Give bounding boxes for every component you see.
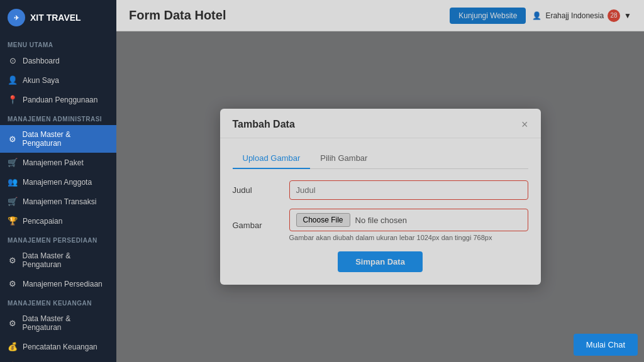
sidebar-section-persediaan: MANAJEMEN PERSEDIAAN [0,231,116,246]
user-name: Erahajj Indonesia [545,11,604,20]
dropdown-chevron-icon[interactable]: ▼ [624,11,631,20]
finance-icon: 💰 [8,342,18,351]
choose-file-button[interactable]: Choose File [296,213,350,227]
sidebar-item-label: Data Master & Pengaturan [22,314,109,332]
main-content: Form Data Hotel Kunjungi Website 👤 Eraha… [116,0,644,362]
logo-icon: ✈ [8,9,25,26]
sidebar: ✈ XIT TRAVEL MENU UTAMA ⊙ Dashboard 👤 Ak… [0,0,116,362]
visit-website-button[interactable]: Kunjungi Website [450,8,526,24]
achievement-icon: 🏆 [8,216,18,226]
modal-header: Tambah Data × [220,109,541,138]
notification-badge: 28 [608,9,620,22]
transaction-icon: 🛒 [8,197,18,206]
guide-icon: 📍 [8,95,18,104]
mulai-chat-button[interactable]: Mulai Chat [574,334,638,356]
simpan-data-button[interactable]: Simpan Data [338,251,423,272]
package-icon: 🛒 [8,158,18,167]
sidebar-section-admin: MANAJEMEN ADMINISTRASI [0,109,116,125]
page-content: Tambah Data × Upload Gambar Pilih Gambar… [116,31,644,362]
sidebar-section-menu-utama: MENU UTAMA [0,35,116,51]
sidebar-item-pengelolaan-aset[interactable]: 🏠 Pengelolaan Aset [0,356,116,362]
judul-row: Judul [233,180,528,200]
sidebar-item-pencatatan-keuangan[interactable]: 💰 Pencatatan Keuangan [0,337,116,356]
file-hint: Gambar akan diubah dalam ukuran lebar 10… [289,234,528,241]
inventory-icon: ⚙ [8,279,18,288]
user-info: 👤 Erahajj Indonesia 28 ▼ [532,9,631,22]
sidebar-item-panduan[interactable]: 📍 Panduan Penggunaan [0,90,116,109]
sidebar-item-label: Manajemen Paket [23,158,84,167]
sidebar-item-data-master-admin[interactable]: ⚙ Data Master & Pengaturan [0,125,116,153]
sidebar-item-manajemen-persediaan[interactable]: ⚙ Manajemen Persediaan [0,274,116,293]
sidebar-item-data-master-keuangan[interactable]: ⚙ Data Master & Pengaturan [0,309,116,337]
tambah-data-modal: Tambah Data × Upload Gambar Pilih Gambar… [220,109,541,285]
sidebar-item-label: Manajemen Transaksi [23,197,96,206]
sidebar-item-label: Data Master & Pengaturan [22,130,109,148]
sidebar-item-manajemen-paket[interactable]: 🛒 Manajemen Paket [0,153,116,172]
file-input-display: Choose File No file chosen [289,209,528,231]
sidebar-section-keuangan: MANAJEMEN KEUANGAN [0,293,116,309]
app-logo: ✈ XIT TRAVEL [0,0,116,35]
sidebar-item-manajemen-transaksi[interactable]: 🛒 Manajemen Transaksi [0,192,116,211]
judul-label: Judul [233,185,289,195]
sidebar-item-label: Dashboard [23,57,60,65]
sidebar-item-pencapaian[interactable]: 🏆 Pencapaian [0,211,116,231]
no-file-text: No file chosen [355,216,407,225]
user-icon: 👤 [8,75,18,85]
settings3-icon: ⚙ [8,319,17,328]
user-avatar-icon: 👤 [532,11,541,20]
modal-close-button[interactable]: × [521,119,528,130]
tab-pilih-gambar[interactable]: Pilih Gambar [310,148,377,169]
settings2-icon: ⚙ [8,256,17,265]
gambar-field: Choose File No file chosen Gambar akan d… [289,209,528,241]
tab-upload-gambar[interactable]: Upload Gambar [233,148,311,169]
topbar: Form Data Hotel Kunjungi Website 👤 Eraha… [116,0,644,31]
topbar-right: Kunjungi Website 👤 Erahajj Indonesia 28 … [450,8,631,24]
sidebar-item-dashboard[interactable]: ⊙ Dashboard [0,51,116,70]
sidebar-item-label: Pencatatan Keuangan [23,343,97,351]
sidebar-item-manajemen-anggota[interactable]: 👥 Manajemen Anggota [0,172,116,192]
judul-field [289,180,528,200]
modal-overlay: Tambah Data × Upload Gambar Pilih Gambar… [116,31,644,362]
sidebar-item-akun-saya[interactable]: 👤 Akun Saya [0,70,116,90]
judul-input[interactable] [289,180,528,200]
modal-title: Tambah Data [233,119,295,130]
sidebar-item-label: Data Master & Pengaturan [22,251,109,269]
dashboard-icon: ⊙ [8,56,18,65]
sidebar-item-label: Panduan Penggunaan [23,96,97,104]
modal-tabs: Upload Gambar Pilih Gambar [233,148,528,169]
modal-body: Upload Gambar Pilih Gambar Judul Gambar [220,138,541,285]
gambar-label: Gambar [233,221,289,230]
members-icon: 👥 [8,177,18,187]
sidebar-item-label: Pencapaian [23,217,62,226]
app-name: XIT TRAVEL [30,13,81,23]
gambar-row: Gambar Choose File No file chosen Gambar… [233,209,528,241]
sidebar-item-data-master-persediaan[interactable]: ⚙ Data Master & Pengaturan [0,246,116,274]
sidebar-item-label: Manajemen Anggota [23,178,92,187]
sidebar-item-label: Manajemen Persediaan [23,280,103,288]
sidebar-item-label: Akun Saya [23,76,59,85]
page-title: Form Data Hotel [129,8,226,23]
settings-icon: ⚙ [8,134,17,144]
